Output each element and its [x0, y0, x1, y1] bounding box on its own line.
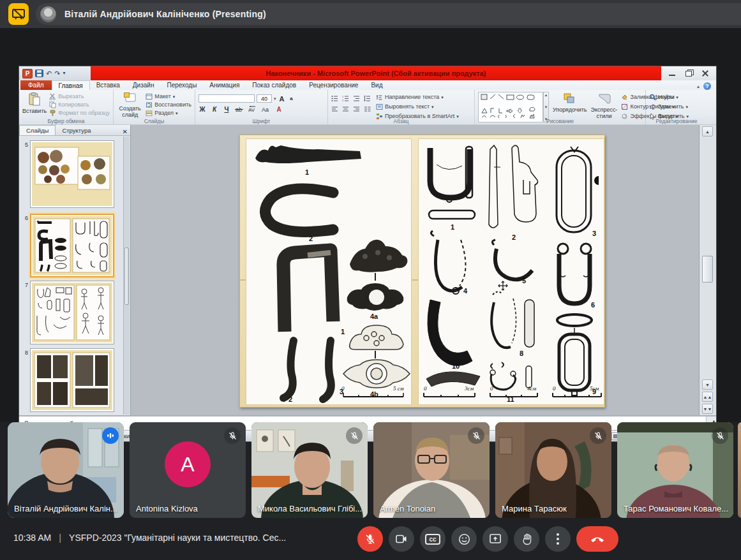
qat-more-icon[interactable]: ▾: [63, 71, 65, 76]
shrink-font-icon[interactable]: а: [288, 96, 296, 101]
tab-review[interactable]: Рецензирование: [303, 80, 364, 90]
presenter-avatar: [40, 6, 56, 22]
save-icon[interactable]: [35, 70, 43, 77]
redo-icon[interactable]: ↷: [54, 70, 60, 77]
svg-text:2: 2: [342, 99, 344, 102]
change-case-icon[interactable]: Aa: [262, 106, 271, 113]
scroll-thumb[interactable]: [702, 256, 713, 283]
collapse-ribbon-icon[interactable]: ▴: [697, 84, 700, 89]
more-options-button[interactable]: [545, 526, 571, 552]
tab-transitions[interactable]: Переходы: [160, 80, 203, 90]
presentation-off-icon: [12, 8, 25, 20]
align-right-icon[interactable]: [353, 106, 360, 113]
window-title-area[interactable]: Наконечники - Microsoft PowerPoint (Сбой…: [91, 66, 661, 80]
svg-text:b: b: [652, 107, 655, 110]
reset-button[interactable]: Восстановить: [146, 101, 191, 108]
present-button[interactable]: [483, 526, 508, 552]
presentation-paused-button[interactable]: [8, 3, 29, 25]
strikethrough-icon[interactable]: ab: [235, 106, 244, 113]
bold-button[interactable]: Ж: [198, 106, 206, 113]
char-spacing-icon[interactable]: AV: [248, 106, 257, 113]
font-color-icon[interactable]: А: [275, 106, 283, 113]
slide-thumbnail-8[interactable]: 8: [22, 348, 114, 412]
slide-thumbnail-6-selected[interactable]: 6: [22, 214, 114, 277]
font-size-box[interactable]: 40: [257, 94, 272, 103]
format-painter-button[interactable]: Формат по образцу: [49, 110, 110, 117]
shape-outline-icon: [621, 103, 628, 110]
cut-button[interactable]: Вырезать: [49, 93, 110, 100]
bullets-icon[interactable]: [331, 95, 338, 102]
mic-button[interactable]: [357, 526, 383, 552]
tab-insert[interactable]: Вставка: [90, 80, 126, 90]
font-name-box[interactable]: [198, 94, 255, 103]
previous-slide-button[interactable]: ▲▲: [702, 392, 713, 402]
participant-tile-2[interactable]: A Antonina Kizlova: [130, 422, 246, 518]
copy-button[interactable]: Копировать: [49, 101, 110, 108]
captions-button[interactable]: cc: [420, 526, 445, 552]
scroll-up-icon[interactable]: ▲: [702, 126, 713, 136]
paste-button[interactable]: Вставить: [22, 92, 47, 117]
participant-tile-3[interactable]: Микола Васильович Глібі...: [251, 422, 368, 518]
slide-thumbnail-5[interactable]: 5: [22, 140, 114, 208]
slide-scrollbar[interactable]: ▲ ▼ ▲▲ ▼▼: [699, 125, 716, 415]
align-left-icon[interactable]: [331, 106, 338, 113]
grow-font-icon[interactable]: А: [278, 95, 286, 103]
minimize-button[interactable]: [668, 70, 676, 77]
slide-canvas[interactable]: 1 2 1 2 3: [131, 125, 699, 415]
participant-tile-5[interactable]: Марина Тарасюк: [495, 422, 611, 518]
current-slide[interactable]: 1 2 1 2 3: [239, 135, 605, 408]
undo-icon[interactable]: ↶: [46, 70, 52, 77]
tab-file[interactable]: Файл: [20, 80, 52, 90]
outline-tab[interactable]: Структура: [56, 126, 97, 135]
new-slide-button[interactable]: Создать слайд: [117, 92, 143, 118]
next-slide-button[interactable]: ▼▼: [702, 404, 713, 414]
participant-tile-1[interactable]: Віталій Андрійович Калін...: [8, 422, 124, 518]
panel-close-icon[interactable]: ✕: [123, 128, 128, 135]
powerpoint-logo-icon[interactable]: P: [22, 69, 33, 78]
format-painter-icon: [49, 110, 56, 117]
indent-icons[interactable]: [353, 95, 360, 102]
restore-button[interactable]: [685, 70, 692, 77]
tab-view[interactable]: Вид: [364, 80, 389, 90]
participant-tile-partial[interactable]: [738, 422, 741, 518]
help-icon[interactable]: ?: [703, 82, 711, 90]
presenter-pill[interactable]: Віталій Андрійович Калініченко (Presenti…: [36, 3, 741, 25]
text-direction-button[interactable]: Направление текста▾: [376, 94, 459, 101]
panel-scrollbar[interactable]: [123, 136, 130, 415]
tab-slideshow[interactable]: Показ слайдов: [246, 80, 303, 90]
numbering-icon[interactable]: 12: [342, 95, 349, 102]
find-button[interactable]: Найти: [649, 94, 704, 101]
tab-animations[interactable]: Анимация: [203, 80, 246, 90]
participant-tile-4[interactable]: Armen Tonoian: [373, 422, 490, 518]
raise-hand-button[interactable]: [514, 526, 539, 552]
ppt-title-bar: P ↶ ↷ ▾ Наконечники - Microsoft PowerPoi…: [19, 66, 716, 80]
close-button[interactable]: [701, 70, 709, 77]
tab-home[interactable]: Главная: [52, 80, 90, 90]
columns-icon[interactable]: [364, 106, 371, 113]
group-font: 40 ▾ А а Ж К Ч ab AV Aa А Шриф: [195, 90, 328, 124]
tab-design[interactable]: Дизайн: [126, 80, 161, 90]
align-text-button[interactable]: Выровнять текст▾: [376, 103, 459, 110]
quick-styles-button[interactable]: Экспресс-стили: [591, 92, 618, 119]
participant-name: Марина Тарасюк: [502, 504, 567, 513]
line-spacing-icon[interactable]: [364, 95, 371, 102]
leave-call-button[interactable]: [576, 526, 618, 552]
align-center-icon[interactable]: [342, 106, 349, 113]
layout-button[interactable]: Макет▾: [146, 93, 191, 100]
mic-off-icon: [364, 533, 376, 545]
italic-button[interactable]: К: [211, 106, 218, 113]
replace-button[interactable]: ab Заменить▾: [649, 103, 704, 110]
underline-button[interactable]: Ч: [223, 106, 230, 113]
svg-text:3см: 3см: [464, 385, 474, 392]
scroll-down-icon[interactable]: ▼: [702, 379, 713, 390]
arrange-button[interactable]: Упорядочить: [553, 92, 587, 113]
slides-tab[interactable]: Слайды: [19, 125, 56, 135]
svg-text:5см: 5см: [590, 385, 599, 392]
participant-tile-6[interactable]: Тарас Романович Ковале...: [617, 422, 733, 518]
reactions-button[interactable]: [451, 526, 477, 552]
svg-text:1: 1: [341, 328, 345, 335]
svg-text:Aa: Aa: [262, 107, 269, 113]
section-button[interactable]: Раздел▾: [146, 110, 191, 117]
camera-button[interactable]: [389, 526, 414, 552]
slide-thumbnail-7[interactable]: 7: [22, 281, 114, 344]
